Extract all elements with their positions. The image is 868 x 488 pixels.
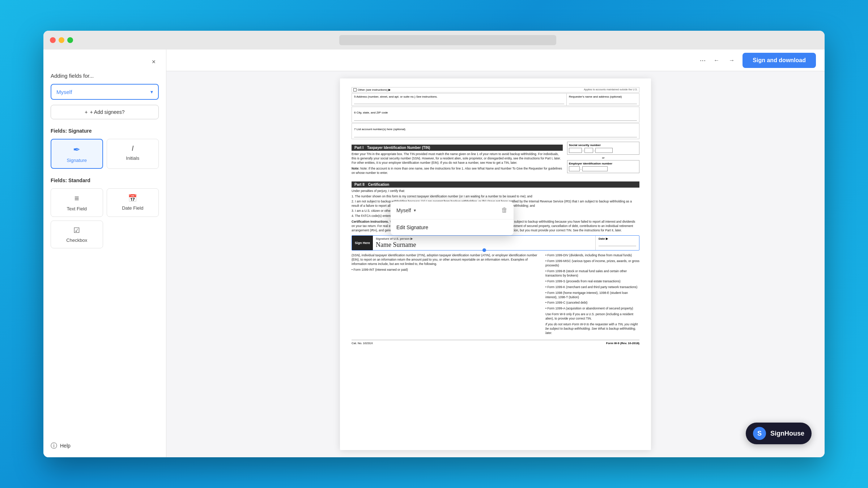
sidebar-close-button[interactable]: × [149, 57, 159, 67]
document-page: Other (see instructions) ▶ Applies to ac… [340, 78, 651, 450]
checkbox-icon: ☑ [73, 226, 80, 235]
date-label: Date ▶ [599, 237, 636, 240]
date-field-card[interactable]: 📅 Date Field [107, 188, 159, 217]
part2-title: Certification [368, 183, 389, 187]
ssn-box: Social security number - - [567, 142, 639, 155]
maximize-button[interactable] [67, 37, 73, 43]
popup-header: Myself ▾ 🗑 [391, 201, 514, 219]
signhouse-badge: S SignHouse [746, 423, 812, 444]
text-field-card[interactable]: ≡ Text Field [51, 188, 103, 217]
popup-overlay: Myself ▾ 🗑 Edit Signature [391, 201, 514, 235]
other-checkbox [353, 88, 357, 91]
back-nav-button[interactable]: ← [711, 55, 722, 66]
document-area[interactable]: Other (see instructions) ▶ Applies to ac… [166, 71, 825, 457]
signature-field-label: Signature [67, 158, 87, 163]
account-label: 7 List account number(s) here (optional) [354, 128, 405, 131]
bottom-1099int: • Form 1099-INT (interest earned or paid… [352, 268, 541, 272]
signature-text-value: Name Surname [376, 241, 592, 249]
more-options-button[interactable]: ··· [700, 56, 706, 64]
form-footer: Cat. No. 10231X Form W-9 (Rev. 10-2018) [352, 340, 639, 345]
add-signees-button[interactable]: + + Add signees? [51, 105, 159, 119]
app-container: × Adding fields for... Myself ▾ + + Add … [43, 50, 825, 457]
part2-label: Part II [354, 183, 365, 187]
popup-myself-text: Myself [396, 207, 411, 213]
help-icon: ⓘ [51, 441, 57, 450]
part1-title: Taxpayer Identification Number (TIN) [367, 146, 430, 150]
date-field-icon: 📅 [128, 194, 137, 202]
text-field-label: Text Field [67, 206, 87, 211]
signature-field-card[interactable]: ✒ Signature [51, 139, 103, 169]
forward-nav-button[interactable]: → [726, 55, 737, 66]
cat-label: Cat. No. 10231X [352, 342, 373, 345]
requesters-label: Requester's name and address (optional) [569, 95, 622, 98]
help-footer[interactable]: ⓘ Help [51, 441, 159, 450]
checkbox-field-card[interactable]: ☑ Checkbox [51, 221, 103, 248]
address-number-cell: 5 Address (number, street, and apt. or s… [352, 94, 567, 106]
adding-fields-label: Adding fields for... [51, 73, 159, 79]
bottom-left-text: (SSN), individual taxpayer identificatio… [352, 253, 541, 266]
sign-here-text: Sign Here [355, 241, 370, 245]
address-number-label: 5 Address (number, street, and apt. or s… [354, 95, 438, 98]
applies-label: Applies to accounts maintained outside t… [582, 87, 639, 92]
add-signees-label: + Add signees? [90, 109, 125, 115]
myself-text: Myself [56, 89, 72, 95]
initials-field-label: Initials [126, 155, 139, 161]
toolbar: ··· ← → Sign and download [166, 50, 825, 71]
browser-titlebar [43, 31, 825, 50]
text-field-icon: ≡ [75, 194, 79, 203]
toolbar-nav: ← → [711, 55, 737, 66]
part1-header: Part I Taxpayer Identification Number (T… [352, 145, 563, 151]
browser-window: × Adding fields for... Myself ▾ + + Add … [43, 31, 825, 457]
sign-here-label: Sign Here [352, 236, 373, 250]
account-cell: 7 List account number(s) here (optional) [352, 123, 639, 139]
fields-signature-section-label: Fields: Signature [51, 128, 159, 134]
popup-menu: Myself ▾ 🗑 Edit Signature [391, 201, 514, 235]
plus-icon: + [85, 109, 88, 115]
cert-intro: Under penalties of perjury, I certify th… [352, 189, 639, 193]
signature-fields-grid: ✒ Signature I Initials [51, 139, 159, 169]
myself-dropdown[interactable]: Myself ▾ [51, 84, 159, 100]
date-field-label: Date Field [122, 205, 143, 211]
other-label: Other (see instructions) ▶ [358, 88, 391, 91]
popup-chevron-icon: ▾ [414, 208, 416, 213]
signature-field-sublabel: Signature of U.S. person ▶ [376, 237, 592, 240]
url-bar [339, 35, 556, 45]
main-content: ··· ← → Sign and download [166, 50, 825, 457]
sidebar-close-area: × [51, 57, 159, 67]
sign-here-row[interactable]: Sign Here Signature of U.S. person ▶ Nam… [352, 235, 639, 251]
popup-dropdown[interactable]: Myself ▾ [396, 207, 416, 213]
help-text: Help [60, 443, 71, 449]
checkbox-label: Checkbox [66, 237, 87, 243]
initials-field-card[interactable]: I Initials [107, 139, 159, 169]
ssn-label: Social security number [569, 144, 638, 147]
sidebar: × Adding fields for... Myself ▾ + + Add … [43, 50, 166, 457]
city-label: 6 City, state, and ZIP code [354, 111, 388, 114]
fields-standard-section-label: Fields: Standard [51, 177, 159, 183]
city-cell: 6 City, state, and ZIP code [352, 107, 639, 123]
cert-item-1: 1. The number shown on this form is my c… [352, 194, 639, 199]
ein-label: Employer identification number [569, 162, 638, 165]
bottom-section: (SSN), individual taxpayer identificatio… [352, 253, 639, 337]
right-column: • Form 1099-DIV (dividends, including th… [545, 253, 639, 337]
part2-header: Part II Certification [352, 181, 639, 188]
part1-note: Note: Note: If the account is in more th… [352, 167, 563, 175]
form-label: Form W-9 (Rev. 10-2018) [606, 342, 639, 345]
sign-download-button[interactable]: Sign and download [743, 53, 816, 68]
signature-dot [482, 248, 486, 252]
date-field-area[interactable]: Date ▶ [596, 236, 639, 250]
popup-edit-signature[interactable]: Edit Signature [391, 219, 514, 235]
minimize-button[interactable] [59, 37, 64, 43]
signhouse-brand-label: SignHouse [770, 430, 804, 437]
initials-icon: I [132, 144, 134, 153]
part1-note-text: Note: If the account is in more than one… [352, 167, 562, 175]
ein-box: Employer identification number - [567, 160, 639, 173]
part1-label: Part I [354, 146, 363, 150]
popup-delete-button[interactable]: 🗑 [501, 206, 508, 214]
signature-icon: ✒ [73, 145, 80, 155]
standard-fields-grid: ≡ Text Field 📅 Date Field ☑ Checkbox [51, 188, 159, 248]
close-button[interactable] [50, 37, 56, 43]
signature-field[interactable]: Signature of U.S. person ▶ Name Surname [373, 236, 596, 250]
requesters-cell: Requester's name and address (optional) [567, 94, 639, 106]
part1-text: Enter your TIN in the appropriate box. T… [352, 152, 563, 165]
traffic-lights [50, 37, 73, 43]
